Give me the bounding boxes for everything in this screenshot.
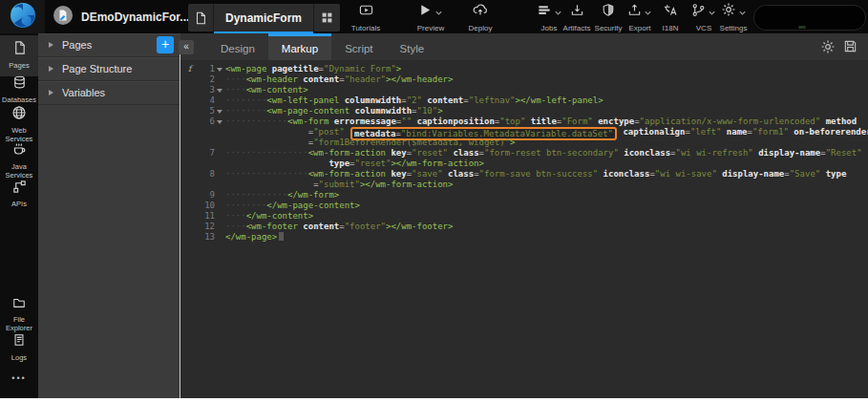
- editor-save-button[interactable]: [843, 39, 858, 54]
- code-line-text: ····</wm-content>: [225, 211, 313, 222]
- line-number: 4: [186, 95, 222, 106]
- code-row: 12····<wm-footer content="footer"></wm-f…: [186, 222, 868, 232]
- database-icon: [12, 74, 27, 94]
- tab-design[interactable]: Design: [207, 33, 268, 60]
- logs-icon: [12, 332, 26, 351]
- sidebar-item-label: APIs: [0, 201, 38, 209]
- add-page-button[interactable]: +: [157, 36, 174, 53]
- panel-section-variables[interactable]: Variables: [38, 81, 180, 105]
- api-icon: [12, 180, 27, 198]
- toolbar-action-label: Settings: [704, 24, 763, 32]
- panel-section-label: Variables: [62, 87, 105, 98]
- line-number: [186, 138, 222, 148]
- line-number: [186, 159, 222, 169]
- line-number: 3: [186, 85, 222, 95]
- caret-right-icon: [49, 42, 53, 48]
- project-selector[interactable]: DEmoDynamicFor...: [53, 0, 205, 33]
- toolbar-action-label: Tutorials: [336, 24, 395, 32]
- code-line-text: ················<wm-form-action key="res…: [225, 148, 862, 159]
- chevron-down-icon: [434, 4, 443, 21]
- code-line-text: ····<wm-header content="header"></wm-hea…: [225, 74, 453, 85]
- text-cursor: [279, 232, 284, 241]
- code-row: 4········<wm-left-panel columnwidth="2" …: [186, 95, 868, 106]
- page-tab-title: DynamicForm: [214, 4, 313, 32]
- sidebar-item-databases[interactable]: Databases: [0, 74, 38, 105]
- topbar: DEmoDynamicFor... DynamicForm TutorialsP…: [0, 0, 868, 33]
- tab-markup[interactable]: Markup: [268, 33, 331, 60]
- video-icon: [358, 3, 374, 21]
- sidebar-item-logs[interactable]: Logs: [0, 332, 38, 363]
- bottom-strip: [0, 398, 868, 402]
- code-line-text: ="post" metadata="bind:Variables.Metadat…: [225, 127, 868, 138]
- code-row: 2····<wm-header content="header"></wm-he…: [186, 74, 868, 85]
- panel-section-page-structure[interactable]: Page Structure: [38, 57, 180, 81]
- code-row: 8················<wm-form-action key="sa…: [186, 169, 868, 180]
- code-row: 10········</wm-page-content>: [186, 201, 868, 211]
- line-number: 5: [186, 106, 222, 116]
- collapse-panel-button[interactable]: «: [179, 40, 194, 54]
- code-row: 3····<wm-content>: [186, 85, 868, 95]
- toolbar-action-label: Deploy: [451, 24, 510, 32]
- tab-style[interactable]: Style: [387, 33, 438, 60]
- coffee-icon: [11, 141, 27, 160]
- account-pill[interactable]: [753, 5, 866, 31]
- code-line-text: ········<wm-left-panel columnwidth="2" c…: [225, 95, 603, 106]
- code-row: 1f<wm-page pagetitle="Dynamic Form">: [186, 64, 868, 74]
- code-line-text: type="reset"></wm-form-action>: [225, 159, 484, 169]
- sidebar-item-apis[interactable]: APIs: [0, 180, 38, 209]
- wavemaker-logo-icon: [10, 2, 36, 32]
- code-line-text: </wm-page>: [225, 232, 284, 243]
- code-row: 6············<wm-form errormessage="" ca…: [186, 116, 868, 127]
- code-line-text: ····<wm-content>: [225, 85, 308, 95]
- page-tab-dynamicform[interactable]: DynamicForm: [188, 4, 340, 32]
- fold-toggle-icon[interactable]: [217, 120, 222, 124]
- toolbar-action-tutorials[interactable]: Tutorials: [336, 6, 395, 32]
- toolbar-action-deploy[interactable]: Deploy: [451, 6, 510, 32]
- code-line-text: ············</wm-form>: [225, 190, 339, 201]
- sidebar-item-label: Pages: [0, 62, 38, 71]
- tab-script[interactable]: Script: [331, 33, 386, 60]
- sidebar-item-java-services[interactable]: Java Services: [0, 141, 38, 180]
- code-line-text: ········</wm-page-content>: [225, 201, 360, 211]
- sidebar-more-button[interactable]: •••: [0, 373, 38, 383]
- file-icon: [188, 4, 214, 32]
- code-line-text: ····<wm-footer content="footer"></wm-foo…: [225, 222, 453, 232]
- code-line-text: ················<wm-form-action key="sav…: [225, 169, 846, 180]
- fold-toggle-icon[interactable]: [217, 68, 222, 72]
- line-number: [186, 127, 222, 138]
- sidebar-item-web-services[interactable]: Web Services: [0, 105, 38, 143]
- sidebar-item-label: Logs: [0, 354, 38, 363]
- line-number: 6: [186, 116, 222, 127]
- fold-toggle-icon[interactable]: [217, 89, 222, 93]
- panel-section-pages[interactable]: Pages+: [38, 33, 180, 57]
- folder-icon: [11, 296, 27, 313]
- sidebar-item-pages[interactable]: Pages: [0, 35, 38, 76]
- sidebar-item-file-explorer[interactable]: File Explorer: [0, 296, 38, 332]
- panel-section-label: Page Structure: [62, 63, 132, 74]
- app-logo[interactable]: [0, 0, 45, 33]
- code-row: 5········<wm-page-content columnwidth="1…: [186, 106, 868, 116]
- play-icon: [418, 3, 433, 21]
- sidebar-item-label: Java Services: [0, 163, 38, 180]
- code-editor[interactable]: 1f<wm-page pagetitle="Dynamic Form">2···…: [186, 60, 868, 398]
- line-number: 1f: [186, 64, 222, 74]
- line-number: 12: [186, 222, 222, 232]
- editor-settings-button[interactable]: [820, 39, 836, 54]
- line-number: 2: [186, 74, 222, 85]
- code-line-text: ············<wm-form errormessage="" cap…: [225, 116, 857, 127]
- tray-up-icon: [627, 3, 642, 21]
- line-number: 9: [186, 190, 222, 201]
- code-line-text: ="form1BeforeRender($metadata, widget)">: [225, 138, 515, 148]
- code-line-text: <wm-page pagetitle="Dynamic Form">: [225, 64, 401, 74]
- fold-toggle-icon[interactable]: [217, 110, 222, 114]
- code-line-text: ="submit"></wm-form-action>: [225, 180, 453, 190]
- code-row: 13</wm-page>: [186, 232, 868, 243]
- caret-right-icon: [49, 66, 53, 72]
- line-number: 11: [186, 211, 222, 222]
- sidebar: PagesDatabasesWeb ServicesJava ServicesA…: [0, 33, 38, 398]
- sidebar-item-label: Databases: [0, 96, 38, 105]
- pages-panel: Pages+Page StructureVariables: [38, 33, 180, 398]
- line-number: [186, 180, 222, 190]
- editor-toolbar: « DesignMarkupScriptStyle: [180, 33, 868, 60]
- code-row: 11····</wm-content>: [186, 211, 868, 222]
